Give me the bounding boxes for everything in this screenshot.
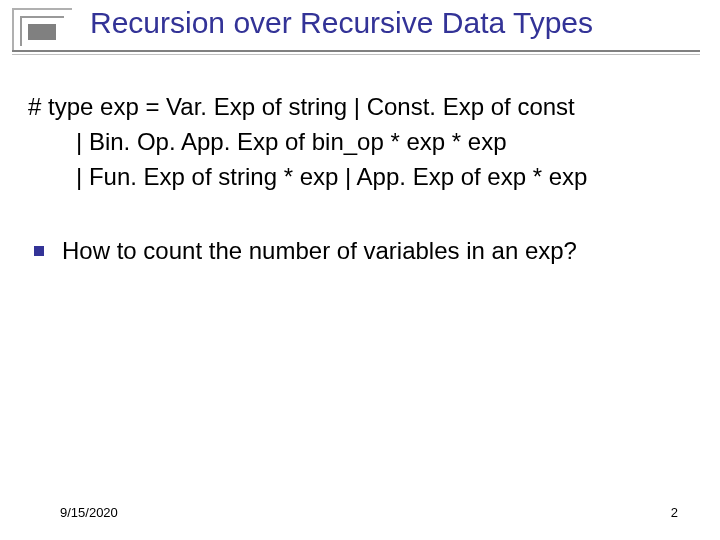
footer-page-number: 2 xyxy=(671,505,678,520)
slide-title: Recursion over Recursive Data Types xyxy=(90,6,593,40)
slide: Recursion over Recursive Data Types # ty… xyxy=(0,0,720,540)
slide-body: # type exp = Var. Exp of string | Const.… xyxy=(28,90,692,268)
footer-date: 9/15/2020 xyxy=(60,505,118,520)
type-line-2: | Bin. Op. App. Exp of bin_op * exp * ex… xyxy=(28,125,692,160)
type-line-3: | Fun. Exp of string * exp | App. Exp of… xyxy=(28,160,692,195)
corner-deco-inner xyxy=(28,24,56,40)
bullet-item: How to count the number of variables in … xyxy=(28,234,692,268)
square-bullet-icon xyxy=(34,246,44,256)
type-line-1: # type exp = Var. Exp of string | Const.… xyxy=(28,90,692,125)
type-definition: # type exp = Var. Exp of string | Const.… xyxy=(28,90,692,194)
title-underline xyxy=(12,50,700,52)
bullet-text: How to count the number of variables in … xyxy=(62,234,577,268)
title-underline-2 xyxy=(12,54,700,55)
title-area: Recursion over Recursive Data Types xyxy=(0,0,720,60)
